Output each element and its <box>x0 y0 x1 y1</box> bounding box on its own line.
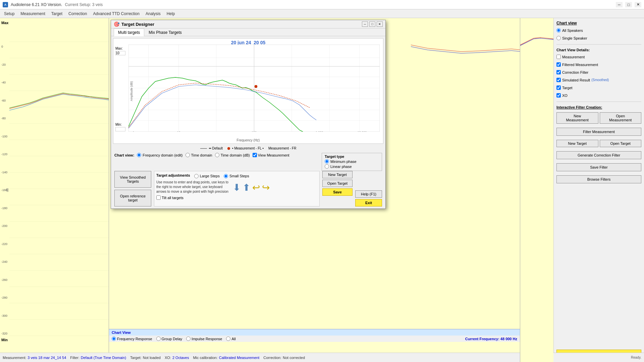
impulse-response-radio[interactable] <box>186 337 191 341</box>
db-label-280: -280 <box>1 296 7 299</box>
large-steps-label: Large Steps <box>200 174 220 178</box>
all-radio[interactable] <box>226 337 230 341</box>
current-setup: Current Setup: 3 veis <box>65 2 103 7</box>
all-speakers-label: All Speakers <box>562 28 583 33</box>
menu-help[interactable]: Help <box>164 11 178 17</box>
time-domain-db-option[interactable]: Time domain (dB) <box>215 153 250 157</box>
simulated-result-detail[interactable]: Simulated Result (Smoothed) <box>556 78 641 82</box>
target-status: Target: Not loaded <box>130 356 161 360</box>
open-reference-button[interactable]: Open reference target <box>114 190 151 206</box>
rp-new-target-button[interactable]: New Target <box>556 140 598 147</box>
group-delay-radio[interactable] <box>156 337 161 341</box>
filter-measurement-button[interactable]: Filter Measurement <box>556 128 641 136</box>
large-steps-radio[interactable] <box>194 174 199 178</box>
save-button[interactable]: Save <box>322 188 353 196</box>
menu-target[interactable]: Target <box>49 11 65 17</box>
linear-phase-radio[interactable] <box>325 164 329 169</box>
correction-filter-cb[interactable] <box>556 70 561 74</box>
tilt-label: Tilt all targets <box>162 196 183 200</box>
db-label-60: -60 <box>1 99 7 102</box>
target-detail-cb[interactable] <box>556 85 561 90</box>
filter-value: Default (True Time Domain) <box>109 356 126 360</box>
measurement-detail[interactable]: Measurement <box>556 55 641 59</box>
minimize-button[interactable]: ─ <box>616 2 623 7</box>
single-speaker-radio[interactable] <box>556 36 561 40</box>
chart-view-bar: Chart View <box>109 329 520 336</box>
freq-domain-option[interactable]: Frequency domain (edit) <box>137 153 182 157</box>
modal-minimize[interactable]: ─ <box>362 21 368 27</box>
group-delay-option[interactable]: Group Delay <box>156 337 182 341</box>
freq-domain-radio[interactable] <box>137 153 141 157</box>
tilt-checkbox[interactable] <box>156 195 161 200</box>
menu-advanced-ttd[interactable]: Advanced TTD Correction <box>90 11 142 17</box>
open-target-button[interactable]: Open Target <box>322 180 353 187</box>
modal-chart: 20 jun 24_20 05 Max: Min: <box>113 38 383 144</box>
view-measurement-label: View Measurement <box>258 153 289 157</box>
freq-domain-label: Frequency domain (edit) <box>143 153 182 157</box>
browse-filters-button[interactable]: Browse Filters <box>556 175 641 183</box>
all-speakers-radio[interactable] <box>556 28 561 33</box>
filtered-measurement-label: Filtered Measurement <box>562 63 598 67</box>
small-steps-option[interactable]: Small Steps <box>224 174 249 178</box>
min-value-input[interactable] <box>115 127 125 131</box>
exit-button[interactable]: Exit <box>355 199 382 206</box>
app-icon: A <box>3 2 8 7</box>
all-option[interactable]: All <box>226 337 235 341</box>
left-chart-svg <box>9 42 109 339</box>
simulated-result-cb[interactable] <box>556 78 561 82</box>
menu-measurement[interactable]: Measurement <box>18 11 48 17</box>
min-phase-radio[interactable] <box>325 159 329 164</box>
target-type-box: Target type Minimum phase Linear phase <box>322 153 382 171</box>
freq-response-radio[interactable] <box>112 337 116 341</box>
target-detail-label: Target <box>562 86 573 90</box>
tab-multi-targets[interactable]: Multi targets <box>114 28 144 36</box>
generate-correction-button[interactable]: Generate Correction Filter <box>556 151 641 159</box>
mic-cal-status: Mic calibration: Calibrated Measurement <box>193 356 259 360</box>
view-measurement-checkbox[interactable] <box>253 153 257 157</box>
impulse-response-option[interactable]: Impulse Response <box>186 337 222 341</box>
new-measurement-button[interactable]: NewMeasurement <box>556 112 598 124</box>
new-target-button[interactable]: New Target <box>322 171 353 178</box>
svg-text:10 000: 10 000 <box>358 131 367 132</box>
open-measurement-button[interactable]: OpenMeasurement <box>600 112 642 124</box>
target-designer-modal[interactable]: 🎯 Target Designer ─ □ ✕ Multi targets Mi… <box>111 20 386 209</box>
correction-filter-detail[interactable]: Correction Filter <box>556 70 641 74</box>
divider-1 <box>556 44 641 45</box>
single-speaker-label: Single Speaker <box>562 36 587 40</box>
help-button[interactable]: Help (F1) <box>355 190 382 198</box>
rp-open-target-button[interactable]: Open Target <box>600 140 642 147</box>
modal-close[interactable]: ✕ <box>377 21 383 27</box>
filtered-measurement-cb[interactable] <box>556 62 561 67</box>
target-buttons: New Target Open Target <box>556 140 641 147</box>
target-detail[interactable]: Target <box>556 85 641 90</box>
tilt-option[interactable]: Tilt all targets <box>156 195 317 200</box>
linear-phase-label: Linear phase <box>330 165 352 169</box>
maximize-button[interactable]: □ <box>625 2 632 7</box>
all-speakers-option[interactable]: All Speakers <box>556 28 641 33</box>
view-measurement-option[interactable]: View Measurement <box>253 153 289 157</box>
max-value-input[interactable] <box>115 51 125 55</box>
time-domain-db-radio[interactable] <box>215 153 219 157</box>
tab-mix-phase[interactable]: Mix Phase Targets <box>144 28 186 36</box>
large-steps-option[interactable]: Large Steps <box>194 174 220 178</box>
filter-status: Filter: Default (True Time Domain) <box>109 356 126 360</box>
time-domain-radio[interactable] <box>185 153 190 157</box>
menu-correction[interactable]: Correction <box>66 11 90 17</box>
time-domain-option[interactable]: Time domain <box>185 153 212 157</box>
freq-response-option[interactable]: Frequency Response <box>112 337 152 341</box>
xo-detail[interactable]: XO <box>556 93 641 98</box>
min-phase-label: Minimum phase <box>330 160 357 164</box>
close-button[interactable]: ✕ <box>635 2 641 7</box>
small-steps-radio[interactable] <box>224 174 228 178</box>
save-filter-button[interactable]: Save Filter <box>556 163 641 171</box>
modal-maximize[interactable]: □ <box>369 21 375 27</box>
min-phase-option[interactable]: Minimum phase <box>325 159 379 164</box>
menu-analysis[interactable]: Analysis <box>143 11 163 17</box>
single-speaker-option[interactable]: Single Speaker <box>556 36 641 40</box>
xo-detail-cb[interactable] <box>556 93 561 98</box>
view-smoothed-button[interactable]: View Smoothed Targets <box>114 171 151 188</box>
menu-setup[interactable]: Setup <box>1 11 17 17</box>
linear-phase-option[interactable]: Linear phase <box>325 164 379 169</box>
filtered-measurement-detail[interactable]: Filtered Measurement <box>556 62 641 67</box>
measurement-detail-cb[interactable] <box>556 55 561 59</box>
